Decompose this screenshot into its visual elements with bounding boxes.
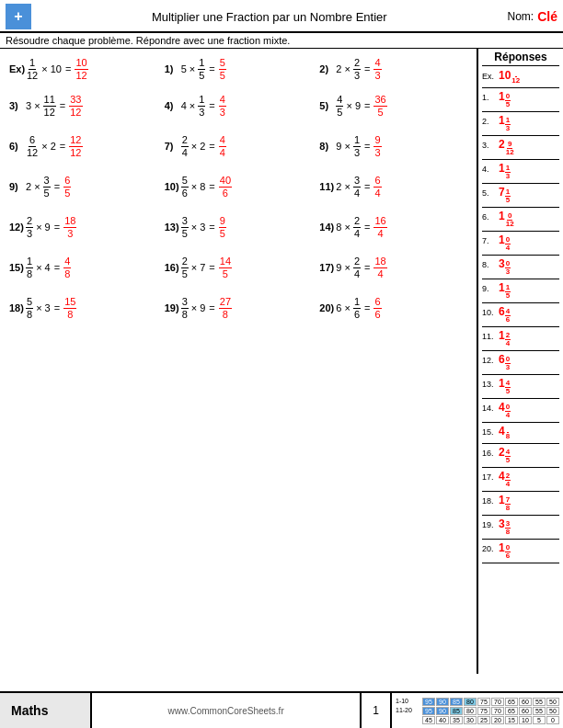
- answer-11: 11. 1 2 4: [482, 328, 559, 351]
- frac-ex-ans: 1012: [75, 57, 87, 80]
- answer-19: 19. 3 3 8: [482, 517, 559, 540]
- problem-10: 10) 56 × 8 = 406: [161, 166, 316, 207]
- problem-19: 19) 38 × 9 = 278: [161, 288, 316, 328]
- nom-label: Nom:: [508, 10, 534, 23]
- answer-18: 18. 1 7 8: [482, 493, 559, 516]
- problem-11: 11) 2 × 34 = 64: [316, 166, 471, 207]
- frac-ex-input: 112: [26, 57, 39, 80]
- problem-ex: Ex) 112 × 10 = 1012: [6, 52, 161, 85]
- prob-expr-2: 2 × 23 = 43: [336, 57, 381, 80]
- answer-6: 6. 1 0 12: [482, 209, 559, 232]
- footer-brand: Maths: [0, 693, 92, 728]
- answer-14: 14. 4 0 4: [482, 400, 559, 423]
- problem-8: 8) 9 × 13 = 93: [316, 126, 471, 166]
- score-row-2: 11-20 95 90 85 80 75 70 65 60 55 50: [396, 707, 559, 715]
- problem-grid: Ex) 112 × 10 = 1012 1) 5 × 15 = 55: [6, 52, 471, 328]
- prob-label-ex: Ex): [9, 63, 26, 74]
- footer-url: www.CommonCoreSheets.fr: [92, 693, 360, 728]
- problems-area: Ex) 112 × 10 = 1012 1) 5 × 15 = 55: [0, 49, 478, 674]
- answer-20: 20. 1 0 6: [482, 540, 559, 563]
- main-content: Ex) 112 × 10 = 1012 1) 5 × 15 = 55: [0, 49, 563, 674]
- answer-ex: Ex. 10 12: [482, 68, 559, 88]
- answer-5: 5. 7 1 5: [482, 185, 559, 208]
- answers-list: Ex. 10 12 1. 1 0 5: [482, 68, 559, 563]
- footer: Maths www.CommonCoreSheets.fr 1 1-10 95 …: [0, 691, 563, 728]
- problem-16: 16) 25 × 7 = 145: [161, 247, 316, 288]
- answer-8: 8. 3 0 3: [482, 256, 559, 279]
- subtitle: Résoudre chaque problème. Répondre avec …: [0, 33, 563, 49]
- answer-1: 1. 1 0 5: [482, 89, 559, 112]
- problem-6: 6) 612 × 2 = 1212: [6, 126, 161, 166]
- cle-label: Clé: [537, 9, 557, 24]
- answer-7: 7. 1 0 4: [482, 233, 559, 256]
- logo-icon: +: [6, 4, 31, 29]
- problem-13: 13) 35 × 3 = 95: [161, 207, 316, 247]
- score-row-1: 1-10 95 90 85 80 75 70 65 60 55 50: [396, 698, 559, 706]
- problem-12: 12) 23 × 9 = 183: [6, 207, 161, 247]
- prob-label-2: 2): [319, 63, 336, 74]
- answer-15: 15. 4 8: [482, 424, 559, 444]
- problem-14: 14) 8 × 24 = 164: [316, 207, 471, 247]
- footer-page: 1: [360, 693, 392, 728]
- answer-9: 9. 1 1 5: [482, 280, 559, 303]
- answer-16: 16. 2 4 5: [482, 445, 559, 468]
- problem-18: 18) 58 × 3 = 158: [6, 288, 161, 328]
- problem-5: 5) 45 × 9 = 365: [316, 85, 471, 126]
- problem-3: 3) 3 × 1112 = 3312: [6, 85, 161, 126]
- answer-10: 10. 6 4 6: [482, 304, 559, 327]
- problem-17: 17) 9 × 24 = 184: [316, 247, 471, 288]
- problem-15: 15) 18 × 4 = 48: [6, 247, 161, 288]
- answer-17: 17. 4 2 4: [482, 469, 559, 492]
- answer-3: 3. 2 9 12: [482, 137, 559, 160]
- answer-12: 12. 6 0 3: [482, 352, 559, 375]
- prob-expr-ex: 112 × 10 = 1012: [26, 57, 88, 80]
- answer-2: 2. 1 1 3: [482, 113, 559, 136]
- page-title: Multiplier une Fraction par un Nombre En…: [31, 10, 508, 24]
- problem-7: 7) 24 × 2 = 44: [161, 126, 316, 166]
- score-row-3: 45 40 35 30 25 20 15 10 5 0: [396, 716, 559, 724]
- answer-13: 13. 1 4 5: [482, 376, 559, 399]
- score-table: 1-10 95 90 85 80 75 70 65 60 55 50 11-20…: [392, 693, 563, 728]
- answers-header: Réponses: [482, 51, 559, 66]
- prob-expr-1: 5 × 15 = 55: [181, 57, 226, 80]
- header: + Multiplier une Fraction par un Nombre …: [0, 0, 563, 33]
- problem-2: 2) 2 × 23 = 43: [316, 52, 471, 85]
- problem-1: 1) 5 × 15 = 55: [161, 52, 316, 85]
- problem-4: 4) 4 × 13 = 43: [161, 85, 316, 126]
- prob-label-1: 1): [165, 63, 181, 74]
- answer-4: 4. 1 1 3: [482, 161, 559, 184]
- problem-20: 20) 6 × 16 = 66: [316, 288, 471, 328]
- problem-9: 9) 2 × 35 = 65: [6, 166, 161, 207]
- answers-column: Réponses Ex. 10 12 1. 1: [478, 49, 563, 674]
